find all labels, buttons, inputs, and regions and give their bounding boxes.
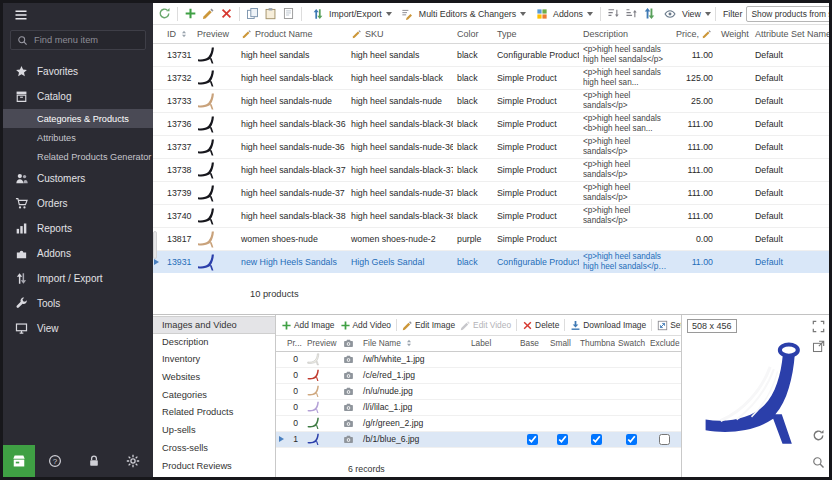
- column-header-label[interactable]: Label: [468, 336, 517, 351]
- download-image-button[interactable]: Download Image: [568, 320, 648, 331]
- column-header-exclude[interactable]: Exclude: [647, 336, 681, 351]
- column-header-description[interactable]: Description: [579, 25, 671, 43]
- set-resize-rule-button[interactable]: Set Resize Rule: [655, 320, 681, 331]
- lock-button[interactable]: [74, 454, 113, 468]
- rotate-icon[interactable]: [812, 429, 826, 443]
- product-row[interactable]: 13737high heel sandals-nude-36high heel …: [153, 135, 829, 158]
- product-row[interactable]: 13739high heel sandals-nude-37high heel …: [153, 181, 829, 204]
- selected-row-icon: [154, 259, 159, 265]
- tab-inventory[interactable]: Inventory: [153, 351, 275, 369]
- sidebar-item-orders[interactable]: Orders: [3, 191, 153, 216]
- tab-up-sells[interactable]: Up-sells: [153, 422, 275, 440]
- sidebar-item-attributes[interactable]: Attributes: [3, 128, 153, 147]
- column-header-file-name[interactable]: File Name: [360, 336, 468, 351]
- splitter-handle[interactable]: [153, 231, 157, 259]
- cell-type: Configurable Product: [493, 43, 579, 66]
- product-row[interactable]: 13931new High Heels SandalsHigh Geels Sa…: [153, 250, 829, 273]
- help-button[interactable]: ?: [35, 454, 74, 468]
- exclude-checkbox[interactable]: [659, 434, 670, 445]
- column-header-attribute-set[interactable]: Attribute Set Name: [751, 25, 829, 43]
- add-product-button[interactable]: [182, 5, 199, 22]
- tab-categories[interactable]: Categories: [153, 387, 275, 405]
- delete-product-button[interactable]: [218, 5, 235, 22]
- cell-price: 111.00: [671, 112, 717, 135]
- category-filter-select[interactable]: Show products from selected categories: [746, 6, 829, 22]
- sidebar-item-view[interactable]: View: [3, 316, 153, 341]
- paste-button[interactable]: [262, 5, 279, 22]
- cell-attribute-set: Default: [751, 112, 829, 135]
- column-header-image-preview[interactable]: Preview: [304, 336, 340, 351]
- copy-button[interactable]: [244, 5, 261, 22]
- view-menu[interactable]: View: [659, 5, 714, 22]
- refresh-button[interactable]: [156, 5, 173, 22]
- sidebar-item-reports[interactable]: Reports: [3, 216, 153, 241]
- tab-images-and-video[interactable]: Images and Video: [153, 316, 275, 334]
- document-button[interactable]: [280, 5, 297, 22]
- toolbar-separator: [239, 7, 240, 21]
- tab-product-reviews[interactable]: Product Reviews: [153, 458, 275, 476]
- column-header-weight[interactable]: Weight: [717, 25, 751, 43]
- edit-image-button[interactable]: Edit Image: [400, 320, 457, 331]
- column-header-preview[interactable]: Preview: [193, 25, 237, 43]
- sidebar-item-import-export[interactable]: Import / Export: [3, 266, 153, 291]
- product-row[interactable]: 13736high heel sandals-black-36high heel…: [153, 112, 829, 135]
- product-row[interactable]: 13732high heel sandals-blackhigh heel sa…: [153, 66, 829, 89]
- sort-asc-button[interactable]: [605, 5, 622, 22]
- column-header-sku[interactable]: SKU: [347, 25, 453, 43]
- addons-menu[interactable]: Addons: [530, 5, 596, 22]
- thumb-checkbox[interactable]: [591, 434, 602, 445]
- menu-toggle-button[interactable]: [3, 3, 153, 27]
- product-row[interactable]: 13738high heel sandals-black-37high heel…: [153, 158, 829, 181]
- import-export-menu[interactable]: Import/Export: [306, 5, 395, 22]
- sidebar-search-input[interactable]: Find menu item: [10, 30, 146, 50]
- image-row[interactable]: 0/w/h/white_1.jpg: [276, 351, 681, 367]
- image-row[interactable]: 1/b/1/blue_6.jpg: [276, 431, 681, 447]
- image-row[interactable]: 0/c/e/red_1.jpg: [276, 367, 681, 383]
- column-header-position[interactable]: Pr...: [284, 336, 304, 351]
- sort-desc-button[interactable]: [623, 5, 640, 22]
- zoom-icon[interactable]: [812, 456, 826, 470]
- base-checkbox[interactable]: [527, 434, 538, 445]
- sidebar-item-customers[interactable]: Customers: [3, 166, 153, 191]
- sidebar-item-related-products-generator[interactable]: Related Products Generator: [3, 147, 153, 166]
- tab-cross-sells[interactable]: Cross-sells: [153, 440, 275, 458]
- small-checkbox[interactable]: [557, 434, 568, 445]
- sidebar-item-addons[interactable]: Addons: [3, 241, 153, 266]
- edit-product-button[interactable]: [200, 5, 217, 22]
- product-row[interactable]: 13740high heel sandals-black-38high heel…: [153, 204, 829, 227]
- column-header-type[interactable]: Type: [493, 25, 579, 43]
- delete-button[interactable]: Delete: [520, 320, 561, 331]
- column-header-product-name[interactable]: Product Name: [237, 25, 347, 43]
- sidebar-item-favorites[interactable]: Favorites: [3, 59, 153, 84]
- reorder-button[interactable]: [641, 5, 658, 22]
- product-row[interactable]: 13733high heel sandals-nudehigh heel san…: [153, 89, 829, 112]
- add-video-button[interactable]: Add Video: [338, 320, 394, 331]
- column-header-thumbnail[interactable]: Thumbna: [577, 336, 615, 351]
- settings-button[interactable]: [114, 454, 153, 468]
- column-header-id[interactable]: ID: [163, 25, 193, 43]
- image-row[interactable]: 0/l/i/lilac_1.jpg: [276, 399, 681, 415]
- column-header-camera[interactable]: [340, 336, 360, 351]
- column-header-base[interactable]: Base: [517, 336, 547, 351]
- sidebar-item-tools[interactable]: Tools: [3, 291, 153, 316]
- column-header-color[interactable]: Color: [453, 25, 493, 43]
- store-button[interactable]: [3, 445, 35, 477]
- fullscreen-icon[interactable]: [812, 320, 826, 334]
- column-header-price[interactable]: Price,: [671, 25, 717, 43]
- swatch-checkbox[interactable]: [626, 434, 637, 445]
- multi-editors-menu[interactable]: Multi Editors & Changers: [396, 5, 529, 22]
- tab-websites[interactable]: Websites: [153, 369, 275, 387]
- product-row[interactable]: 13731high heel sandalshigh heel sandalsb…: [153, 43, 829, 66]
- product-row[interactable]: 13817women shoes-nudewomen shoes-nude-2p…: [153, 227, 829, 250]
- sidebar-item-categories-products[interactable]: Categories & Products: [3, 109, 153, 128]
- column-header-swatch[interactable]: Swatch: [615, 336, 647, 351]
- sidebar-item-catalog[interactable]: Catalog: [3, 84, 153, 109]
- image-row[interactable]: 0/n/u/nude.jpg: [276, 383, 681, 399]
- column-header-small[interactable]: Small: [547, 336, 577, 351]
- tab-related-products[interactable]: Related Products: [153, 404, 275, 422]
- image-row[interactable]: 0/g/r/green_2.jpg: [276, 415, 681, 431]
- tab-description[interactable]: Description: [153, 334, 275, 352]
- open-external-icon[interactable]: [812, 340, 826, 354]
- image-preview-panel: 508 x 456: [681, 315, 829, 477]
- add-image-button[interactable]: Add Image: [279, 320, 337, 331]
